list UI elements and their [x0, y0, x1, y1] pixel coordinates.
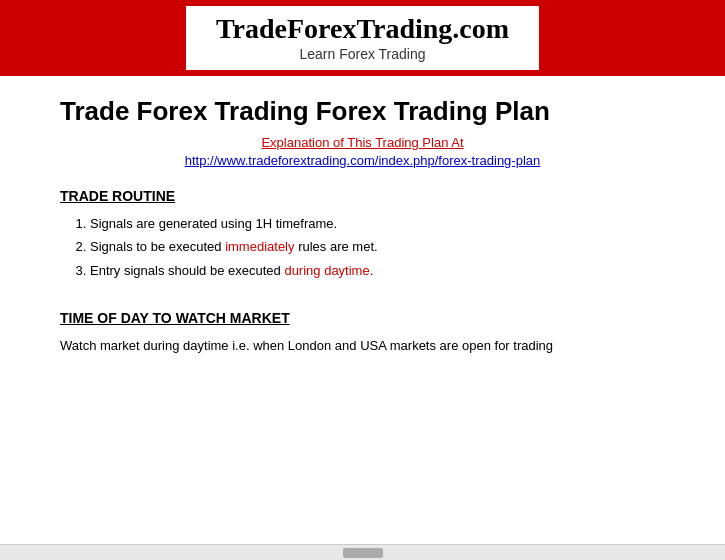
item3-after: . — [370, 263, 374, 278]
list-item: Entry signals should be executed during … — [90, 261, 665, 281]
item1-text: Signals are generated using 1H timeframe… — [90, 216, 337, 231]
explanation-link[interactable]: http://www.tradeforextrading.com/index.p… — [60, 153, 665, 168]
section2-body: Watch market during daytime i.e. when Lo… — [60, 336, 665, 356]
item3-before: Entry signals should be executed — [90, 263, 284, 278]
list-item: Signals to be executed immediately rules… — [90, 237, 665, 257]
site-title: TradeForexTrading.com — [216, 12, 509, 46]
item2-after: rules are met. — [295, 239, 378, 254]
item2-highlight: immediately — [225, 239, 294, 254]
item3-highlight: during daytime — [284, 263, 369, 278]
header-inner: TradeForexTrading.com Learn Forex Tradin… — [186, 6, 539, 70]
main-content: Trade Forex Trading Forex Trading Plan E… — [0, 76, 725, 544]
trade-routine-list: Signals are generated using 1H timeframe… — [90, 214, 665, 281]
page-wrapper: TradeForexTrading.com Learn Forex Tradin… — [0, 0, 725, 560]
explanation-label: Explanation of This Trading Plan At — [261, 135, 463, 150]
site-subtitle: Learn Forex Trading — [216, 46, 509, 62]
scrollbar-thumb[interactable] — [343, 548, 383, 558]
explanation-label-line: Explanation of This Trading Plan At — [60, 133, 665, 151]
section1-title: TRADE ROUTINE — [60, 188, 665, 204]
section2-title: TIME OF DAY TO WATCH MARKET — [60, 310, 665, 326]
list-item: Signals are generated using 1H timeframe… — [90, 214, 665, 234]
page-title: Trade Forex Trading Forex Trading Plan — [60, 96, 665, 127]
header-bar: TradeForexTrading.com Learn Forex Tradin… — [0, 0, 725, 76]
item2-before: Signals to be executed — [90, 239, 225, 254]
scrollbar-area[interactable] — [0, 544, 725, 560]
